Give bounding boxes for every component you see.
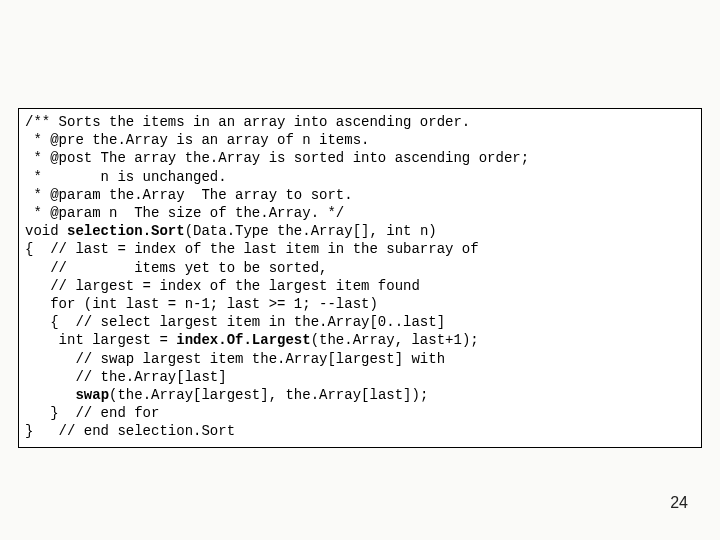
code-text: (the.Array, last+1); <box>311 332 479 348</box>
code-line: } // end for <box>25 404 695 422</box>
code-line: // the.Array[last] <box>25 368 695 386</box>
code-line: * @post The array the.Array is sorted in… <box>25 149 695 167</box>
code-line: * @param the.Array The array to sort. <box>25 186 695 204</box>
code-text <box>25 387 75 403</box>
code-text: (the.Array[largest], the.Array[last]); <box>109 387 428 403</box>
function-call: swap <box>75 387 109 403</box>
code-line: /** Sorts the items in an array into asc… <box>25 113 695 131</box>
code-text: void <box>25 223 67 239</box>
code-line: for (int last = n-1; last >= 1; --last) <box>25 295 695 313</box>
code-line: // largest = index of the largest item f… <box>25 277 695 295</box>
code-line: { // select largest item in the.Array[0.… <box>25 313 695 331</box>
slide: /** Sorts the items in an array into asc… <box>0 0 720 540</box>
code-line: swap(the.Array[largest], the.Array[last]… <box>25 386 695 404</box>
code-line: * @param n The size of the.Array. */ <box>25 204 695 222</box>
code-line: * @pre the.Array is an array of n items. <box>25 131 695 149</box>
code-block: /** Sorts the items in an array into asc… <box>18 108 702 448</box>
code-line: int largest = index.Of.Largest(the.Array… <box>25 331 695 349</box>
function-call: index.Of.Largest <box>176 332 310 348</box>
code-text: int largest = <box>25 332 176 348</box>
code-line: } // end selection.Sort <box>25 422 695 440</box>
function-name: selection.Sort <box>67 223 185 239</box>
code-line: * n is unchanged. <box>25 168 695 186</box>
page-number: 24 <box>670 494 688 512</box>
code-line: void selection.Sort(Data.Type the.Array[… <box>25 222 695 240</box>
code-text: (Data.Type the.Array[], int n) <box>185 223 437 239</box>
code-line: { // last = index of the last item in th… <box>25 240 695 258</box>
code-line: // items yet to be sorted, <box>25 259 695 277</box>
code-line: // swap largest item the.Array[largest] … <box>25 350 695 368</box>
